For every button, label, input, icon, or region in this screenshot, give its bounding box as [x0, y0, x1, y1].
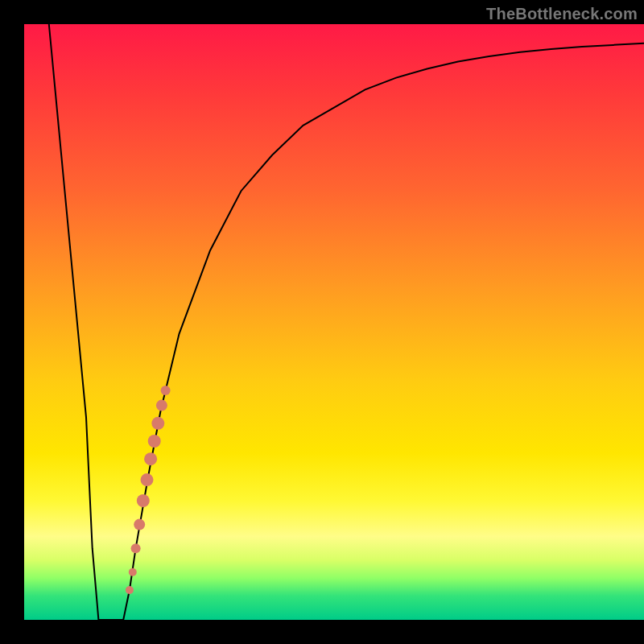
- highlight-marker: [141, 473, 154, 486]
- plot-svg: [24, 24, 644, 620]
- chart-frame: TheBottleneck.com: [0, 0, 644, 644]
- highlight-marker: [161, 386, 171, 395]
- highlight-marker: [156, 400, 167, 411]
- highlight-marker: [151, 417, 164, 430]
- bottleneck-curve: [49, 24, 644, 620]
- attribution-watermark: TheBottleneck.com: [486, 5, 638, 23]
- highlight-marker: [144, 452, 157, 465]
- highlight-marker: [131, 543, 141, 553]
- plot-area: [24, 24, 644, 620]
- highlight-marker: [148, 435, 161, 448]
- highlight-marker: [129, 568, 137, 576]
- highlight-marker: [137, 494, 150, 507]
- highlight-marker: [134, 519, 145, 530]
- highlight-marker: [126, 586, 134, 594]
